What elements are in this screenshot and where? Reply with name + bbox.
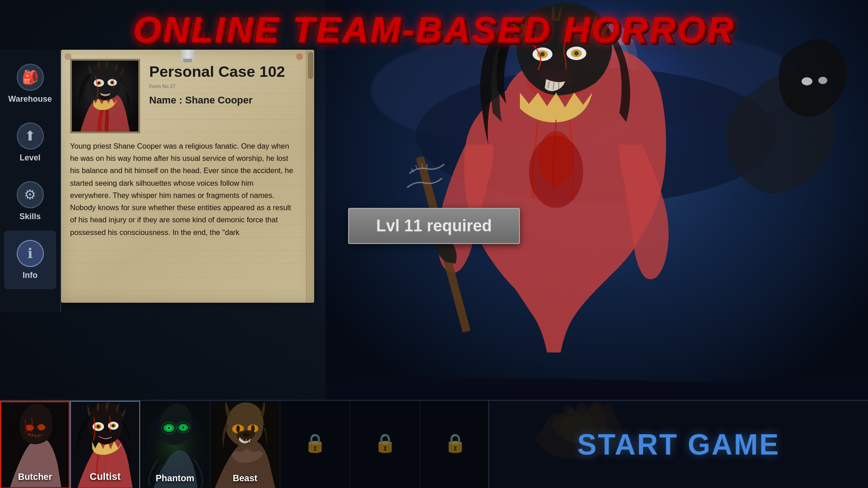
lock-icon-7: 🔒 <box>444 432 467 453</box>
svg-point-49 <box>97 425 100 428</box>
char-slot-butcher[interactable]: Butcher <box>0 401 70 488</box>
char-name-cultist: Cultist <box>90 471 120 483</box>
skills-icon: ⚙ <box>17 181 44 208</box>
lvl-required-text: Lvl 11 required <box>376 216 492 235</box>
warehouse-icon: 🎒 <box>17 64 44 91</box>
portrait-inner <box>72 61 138 131</box>
char-slot-7: 🔒 <box>420 401 491 488</box>
sidebar-label-level: Level <box>19 153 40 163</box>
info-icon: ℹ <box>17 240 44 267</box>
char-slot-phantom[interactable]: Phantom <box>140 401 210 488</box>
sidebar-item-level[interactable]: ⬆ Level <box>4 113 56 172</box>
char-name-beast: Beast <box>233 473 257 483</box>
level-icon: ⬆ <box>17 122 44 150</box>
start-game-button[interactable]: START GAME <box>577 428 780 461</box>
svg-point-15 <box>574 51 579 56</box>
form-number: Form No 27 <box>149 84 303 89</box>
svg-point-64 <box>236 425 240 432</box>
char-slot-5: 🔒 <box>280 401 350 488</box>
case-number: Personal Case 102 <box>149 63 303 80</box>
svg-point-50 <box>112 424 115 427</box>
svg-point-20 <box>538 131 574 185</box>
lvl-required-banner: Lvl 11 required <box>348 208 520 244</box>
char-name-phantom: Phantom <box>156 473 194 483</box>
sidebar-label-skills: Skills <box>19 212 41 221</box>
paper-clip <box>181 50 194 61</box>
lock-icon-5: 🔒 <box>304 432 326 453</box>
svg-point-58 <box>182 427 184 429</box>
char-name-butcher: Butcher <box>18 472 52 482</box>
main-title: ONLINE TEAM-BASED HORROR <box>133 9 735 50</box>
lock-icon-6: 🔒 <box>374 432 396 453</box>
sidebar-label-info: Info <box>23 271 38 280</box>
svg-point-27 <box>818 77 827 84</box>
case-header: Personal Case 102 Form No 27 Name : Shan… <box>70 59 303 133</box>
svg-point-26 <box>802 77 812 85</box>
start-game-area: START GAME <box>488 400 868 488</box>
case-title-area: Personal Case 102 Form No 27 Name : Shan… <box>149 59 303 133</box>
character-selection-bar: Butcher <box>0 400 488 488</box>
scroll-bar[interactable] <box>306 50 314 303</box>
svg-point-35 <box>98 82 100 84</box>
svg-line-17 <box>553 82 554 89</box>
svg-line-43 <box>39 434 39 438</box>
case-name: Name : Shane Cooper <box>149 94 303 106</box>
sidebar-item-skills[interactable]: ⚙ Skills <box>4 172 56 230</box>
sidebar: 🎒 Warehouse ⬆ Level ⚙ Skills ℹ Info <box>0 50 61 312</box>
case-body: Young priest Shane Cooper was a religiou… <box>70 140 303 239</box>
svg-point-14 <box>540 52 545 56</box>
char-slot-6: 🔒 <box>350 401 420 488</box>
svg-point-39 <box>38 424 45 430</box>
sidebar-item-warehouse[interactable]: 🎒 Warehouse <box>4 54 56 113</box>
case-paper: Personal Case 102 Form No 27 Name : Shan… <box>61 50 314 303</box>
scroll-thumb <box>308 52 313 79</box>
char-slot-cultist[interactable]: Cultist <box>70 401 140 488</box>
sidebar-label-warehouse: Warehouse <box>8 94 52 104</box>
title-bar: ONLINE TEAM-BASED HORROR <box>0 9 868 51</box>
character-portrait <box>70 59 140 133</box>
case-panel: Personal Case 102 Form No 27 Name : Shan… <box>61 50 314 303</box>
svg-point-57 <box>168 427 170 429</box>
char-slot-beast[interactable]: Beast <box>210 401 280 488</box>
sidebar-item-info[interactable]: ℹ Info <box>4 230 56 289</box>
